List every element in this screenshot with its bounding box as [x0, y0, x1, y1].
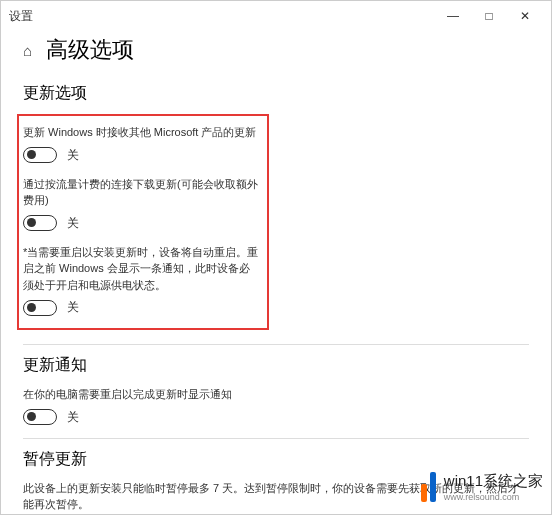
window-title: 设置	[9, 8, 33, 25]
content-area: ⌂ 高级选项 更新选项 更新 Windows 时接收其他 Microsoft 产…	[1, 31, 551, 515]
window-controls: — □ ✕	[435, 2, 543, 30]
page-header: ⌂ 高级选项	[23, 35, 529, 65]
minimize-button[interactable]: —	[435, 2, 471, 30]
section-pause-title: 暂停更新	[23, 449, 529, 470]
toggle-auto-restart[interactable]	[23, 300, 57, 316]
highlight-box: 更新 Windows 时接收其他 Microsoft 产品的更新 关 通过按流量…	[17, 114, 269, 330]
toggle-metered[interactable]	[23, 215, 57, 231]
toggle-state-restart-notify: 关	[67, 409, 79, 426]
watermark: win11系统之家 www.relsound.com	[421, 472, 543, 502]
watermark-url: www.relsound.com	[444, 492, 543, 502]
watermark-text: win11系统之家	[444, 472, 543, 491]
toggle-row-auto-restart: 关	[23, 299, 259, 316]
page-title: 高级选项	[46, 35, 134, 65]
close-button[interactable]: ✕	[507, 2, 543, 30]
divider	[23, 438, 529, 439]
home-icon[interactable]: ⌂	[23, 42, 32, 59]
titlebar: 设置 — □ ✕	[1, 1, 551, 31]
toggle-state-other-microsoft: 关	[67, 147, 79, 164]
option-label-metered: 通过按流量计费的连接下载更新(可能会收取额外费用)	[23, 176, 259, 209]
toggle-restart-notify[interactable]	[23, 409, 57, 425]
divider	[23, 344, 529, 345]
option-label-restart-notify: 在你的电脑需要重启以完成更新时显示通知	[23, 386, 529, 403]
watermark-logo	[421, 472, 436, 502]
toggle-row-restart-notify: 关	[23, 409, 529, 426]
toggle-state-metered: 关	[67, 215, 79, 232]
section-update-options-title: 更新选项	[23, 83, 529, 104]
toggle-state-auto-restart: 关	[67, 299, 79, 316]
option-label-other-microsoft: 更新 Windows 时接收其他 Microsoft 产品的更新	[23, 124, 259, 141]
option-label-auto-restart: 当需要重启以安装更新时，设备将自动重启。重启之前 Windows 会显示一条通知…	[23, 244, 259, 294]
toggle-row-metered: 关	[23, 215, 259, 232]
section-update-notify-title: 更新通知	[23, 355, 529, 376]
toggle-other-microsoft[interactable]	[23, 147, 57, 163]
toggle-row-other-microsoft: 关	[23, 147, 259, 164]
maximize-button[interactable]: □	[471, 2, 507, 30]
